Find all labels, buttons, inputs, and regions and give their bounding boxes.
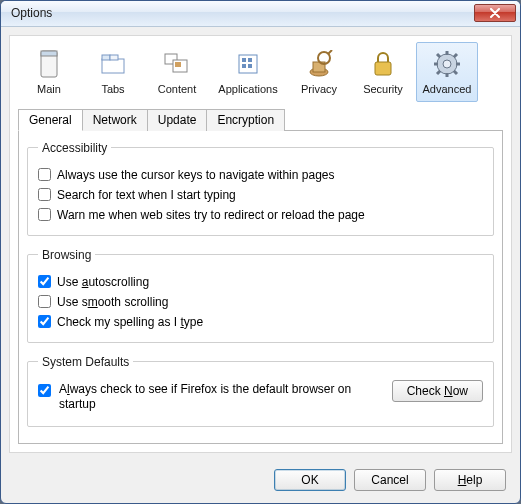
svg-rect-12 xyxy=(248,64,252,68)
checkbox-cursor-keys[interactable] xyxy=(38,168,51,181)
check-now-button[interactable]: Check Now xyxy=(392,380,483,402)
svg-line-27 xyxy=(437,71,440,74)
security-icon xyxy=(367,49,399,79)
advanced-icon xyxy=(431,49,463,79)
checkbox-spellcheck[interactable] xyxy=(38,315,51,328)
tabs-icon xyxy=(97,49,129,79)
label-default-browser: Always check to see if Firefox is the de… xyxy=(59,382,384,413)
svg-rect-7 xyxy=(175,62,181,67)
tab-general[interactable]: General xyxy=(18,109,83,131)
tab-encryption[interactable]: Encryption xyxy=(206,109,285,131)
content-icon xyxy=(161,49,193,79)
svg-rect-11 xyxy=(242,64,246,68)
content-area: Main Tabs Content Applications xyxy=(9,35,512,453)
cancel-button[interactable]: Cancel xyxy=(354,469,426,491)
svg-point-19 xyxy=(443,60,451,68)
tab-update[interactable]: Update xyxy=(147,109,208,131)
help-button[interactable]: Help xyxy=(434,469,506,491)
category-label: Tabs xyxy=(101,83,124,95)
window-title: Options xyxy=(11,6,474,20)
svg-line-25 xyxy=(454,71,457,74)
checkbox-warn-redirect[interactable] xyxy=(38,208,51,221)
label-spellcheck: Check my spelling as I type xyxy=(57,315,203,329)
main-icon xyxy=(33,49,65,79)
subtab-strip: General Network Update Encryption xyxy=(18,108,503,131)
category-toolbar: Main Tabs Content Applications xyxy=(18,40,503,106)
svg-rect-10 xyxy=(248,58,252,62)
group-legend: System Defaults xyxy=(38,355,133,369)
svg-rect-3 xyxy=(102,55,110,60)
checkbox-default-browser[interactable] xyxy=(38,384,51,397)
category-applications[interactable]: Applications xyxy=(210,42,286,102)
svg-rect-1 xyxy=(41,51,57,56)
close-icon xyxy=(489,8,501,18)
category-label: Security xyxy=(363,83,403,95)
label-smooth-scroll: Use smooth scrolling xyxy=(57,295,168,309)
category-label: Privacy xyxy=(301,83,337,95)
svg-line-24 xyxy=(437,54,440,57)
category-label: Content xyxy=(158,83,197,95)
checkbox-smooth-scroll[interactable] xyxy=(38,295,51,308)
svg-line-16 xyxy=(328,50,332,54)
category-privacy[interactable]: Privacy xyxy=(288,42,350,102)
svg-rect-9 xyxy=(242,58,246,62)
options-dialog: Options Main Tabs xyxy=(0,0,521,504)
category-tabs[interactable]: Tabs xyxy=(82,42,144,102)
tab-network[interactable]: Network xyxy=(82,109,148,131)
category-advanced[interactable]: Advanced xyxy=(416,42,478,102)
label-cursor-keys: Always use the cursor keys to navigate w… xyxy=(57,168,334,182)
checkbox-search-typing[interactable] xyxy=(38,188,51,201)
group-legend: Browsing xyxy=(38,248,95,262)
category-security[interactable]: Security xyxy=(352,42,414,102)
tab-panel-general: Accessibility Always use the cursor keys… xyxy=(18,131,503,444)
group-legend: Accessibility xyxy=(38,141,111,155)
svg-line-26 xyxy=(454,54,457,57)
category-label: Applications xyxy=(218,83,277,95)
group-browsing: Browsing Use autoscrolling Use smooth sc… xyxy=(27,248,494,343)
svg-rect-4 xyxy=(110,55,118,60)
group-system-defaults: System Defaults Always check to see if F… xyxy=(27,355,494,427)
privacy-icon xyxy=(303,49,335,79)
category-main[interactable]: Main xyxy=(18,42,80,102)
close-button[interactable] xyxy=(474,4,516,22)
titlebar[interactable]: Options xyxy=(1,1,520,27)
label-autoscroll: Use autoscrolling xyxy=(57,275,149,289)
category-label: Main xyxy=(37,83,61,95)
group-accessibility: Accessibility Always use the cursor keys… xyxy=(27,141,494,236)
applications-icon xyxy=(232,49,264,79)
label-search-typing: Search for text when I start typing xyxy=(57,188,236,202)
svg-rect-17 xyxy=(375,62,391,75)
category-label: Advanced xyxy=(423,83,472,95)
dialog-button-row: OK Cancel Help xyxy=(1,461,520,503)
ok-button[interactable]: OK xyxy=(274,469,346,491)
label-warn-redirect: Warn me when web sites try to redirect o… xyxy=(57,208,365,222)
category-content[interactable]: Content xyxy=(146,42,208,102)
checkbox-autoscroll[interactable] xyxy=(38,275,51,288)
svg-rect-2 xyxy=(102,59,124,73)
